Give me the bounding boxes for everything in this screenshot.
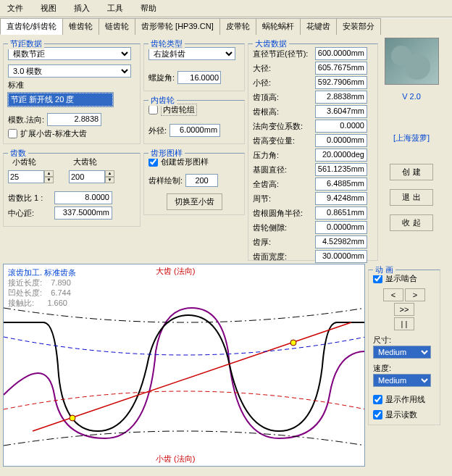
big-data-label: 齿厚: [253, 237, 315, 248]
tab-timing[interactable]: 齿形带轮 [HP39.CN] [135, 18, 220, 35]
big-data-label: 齿轮侧隙: [253, 222, 315, 233]
switch-to-small-button[interactable]: 切换至小齿 [167, 193, 222, 210]
standard-label: 标准 [8, 80, 24, 91]
ratio-label: 齿数比 1 : [8, 193, 51, 204]
size-select[interactable]: Medium [373, 346, 431, 359]
play-button[interactable]: >> [394, 303, 414, 316]
collapse-button[interactable]: 收 起 [390, 214, 433, 231]
module-normal-label: 模数.法向: [8, 114, 44, 125]
big-data-label: 齿顶高: [253, 92, 315, 103]
gear-type-title: 齿轮类型 [148, 38, 185, 49]
outer-dia-value: 6.0000mm [170, 124, 220, 137]
small-teeth-input[interactable] [8, 170, 44, 183]
big-data-label: 齿高变位量: [253, 135, 315, 146]
svg-point-1 [70, 415, 75, 421]
group-gear-type: 齿轮类型 右旋斜齿 螺旋角: [143, 43, 245, 91]
show-action-line-label: 显示作用线 [385, 394, 425, 405]
tab-bevel[interactable]: 锥齿轮 [62, 18, 99, 35]
gear-preview-image [385, 38, 439, 85]
big-data-value: 0.8651mm [315, 206, 367, 220]
big-teeth-input[interactable] [69, 170, 105, 183]
tab-bar: 直齿轮/斜齿轮 锥齿轮 链齿轮 齿形带轮 [HP39.CN] 皮带轮 蜗轮蜗杆 … [0, 17, 452, 35]
big-data-label: 齿面宽度: [253, 251, 315, 262]
big-data-label: 齿根高: [253, 107, 315, 117]
step-back-button[interactable]: < [383, 288, 403, 301]
big-data-label: 压力角: [253, 150, 315, 161]
extend-small-checkbox[interactable] [8, 129, 17, 138]
teeth-title: 齿数 [8, 148, 28, 159]
internal-title: 内齿轮 [148, 95, 177, 106]
big-data-label: 周节: [253, 193, 315, 204]
big-data-value: 592.7906mm [315, 76, 367, 89]
center-dist-value: 337.5000mm [54, 206, 112, 220]
big-data-value: 3.6047mm [315, 105, 367, 118]
show-action-line-checkbox[interactable] [373, 395, 382, 404]
big-teeth-spinner[interactable]: ▲▼ [105, 170, 114, 183]
version-label: V 2.0 [402, 92, 421, 101]
module-select[interactable]: 3.0 模数 [8, 64, 131, 78]
speed-select[interactable]: Medium [373, 374, 431, 387]
tooth-profile-canvas: 滚齿加工. 标准齿条 接近长度: 7.890 凹处长度: 6.744 接触比: … [3, 264, 365, 467]
big-data-value: 4.52982mm [315, 235, 367, 249]
size-label: 尺寸: [373, 335, 391, 344]
menu-help[interactable]: 帮助 [136, 1, 161, 15]
group-big-gear-data: 大齿数据 直径节距(径节):600.0000mm大径:605.7675mm小径:… [248, 43, 378, 261]
speed-label: 速度: [373, 364, 391, 372]
big-data-label: 直径节距(径节): [253, 49, 315, 59]
menu-tools[interactable]: 工具 [103, 1, 127, 15]
big-data-value: 2.8838mm [315, 91, 367, 104]
ratio-value: 8.0000 [54, 191, 112, 204]
big-data-value: 600.0000mm [315, 47, 367, 60]
big-data-value: 561.1235mm [315, 163, 367, 176]
tab-sprocket[interactable]: 链齿轮 [99, 18, 135, 35]
outer-dia-label: 外径: [148, 125, 167, 136]
big-data-value: 20.0000deg [315, 149, 367, 162]
group-animation: 动 画 显示啮合 < > >> | | 尺寸: Medium 速度: Mediu… [368, 270, 440, 425]
big-data-label: 齿根圆角半径: [253, 208, 315, 219]
big-data-label: 基圆直径: [253, 164, 315, 175]
exit-button[interactable]: 退 出 [390, 189, 433, 206]
big-data-label: 法向变位系数: [253, 121, 315, 132]
pitch-title: 节距数据 [8, 38, 44, 49]
chart-info: 滚齿加工. 标准齿条 接近长度: 7.890 凹处长度: 6.744 接触比: … [8, 267, 76, 308]
menu-view[interactable]: 视图 [36, 1, 61, 15]
tab-assembly[interactable]: 安装部分 [336, 18, 381, 35]
module-normal-value: 2.8838 [47, 113, 101, 126]
big-gear-normal-label: 大齿 (法向) [156, 266, 195, 277]
svg-line-0 [33, 322, 351, 431]
big-gear-label: 大齿轮 [73, 156, 127, 167]
tab-worm[interactable]: 蜗轮蜗杆 [256, 18, 301, 35]
small-gear-normal-label: 小齿 (法向) [156, 454, 195, 464]
show-readout-checkbox[interactable] [373, 410, 382, 419]
create-button[interactable]: 创 建 [390, 164, 433, 180]
group-pitch: 节距数据 模数节距 3.0 模数 标准 节距 新开线 20 度 模数.法向: 2… [3, 43, 141, 144]
standard-select[interactable]: 节距 新开线 20 度 [8, 93, 113, 107]
tab-spur-helical[interactable]: 直齿轮/斜齿轮 [0, 18, 63, 35]
big-data-value: 9.4248mm [315, 192, 367, 205]
small-teeth-spinner[interactable]: ▲▼ [44, 170, 54, 183]
helix-label: 螺旋角: [148, 72, 175, 83]
big-data-label: 小径: [253, 78, 315, 88]
big-data-value: 30.0000mm [315, 250, 367, 263]
draw-teeth-label: 齿样绘制: [148, 175, 183, 186]
big-data-value: 0.0000mm [315, 134, 367, 147]
helix-angle-input[interactable] [177, 71, 221, 84]
draw-teeth-input[interactable] [185, 174, 218, 187]
extend-label: 扩展小齿-标准大齿 [20, 128, 87, 139]
pattern-title: 齿形图样 [148, 148, 185, 159]
big-data-value: 605.7675mm [315, 62, 367, 75]
menu-file[interactable]: 文件 [3, 1, 28, 15]
center-dist-label: 中心距: [8, 208, 51, 219]
big-gear-data-title: 大齿数据 [253, 38, 289, 49]
menu-insert[interactable]: 插入 [70, 1, 94, 15]
internal-set-checkbox[interactable] [148, 105, 158, 114]
big-data-value: 0.0000 [315, 120, 367, 133]
show-readout-label: 显示读数 [385, 409, 417, 420]
group-pattern: 齿形图样 创建齿形图样 齿样绘制: 切换至小齿 [143, 153, 245, 215]
big-data-label: 全齿高: [253, 179, 315, 190]
tab-pulley[interactable]: 皮带轮 [219, 18, 256, 35]
pause-button[interactable]: | | [394, 317, 414, 330]
step-fwd-button[interactable]: > [405, 288, 425, 301]
tab-spline[interactable]: 花键齿 [300, 18, 337, 35]
svg-point-2 [290, 340, 296, 346]
